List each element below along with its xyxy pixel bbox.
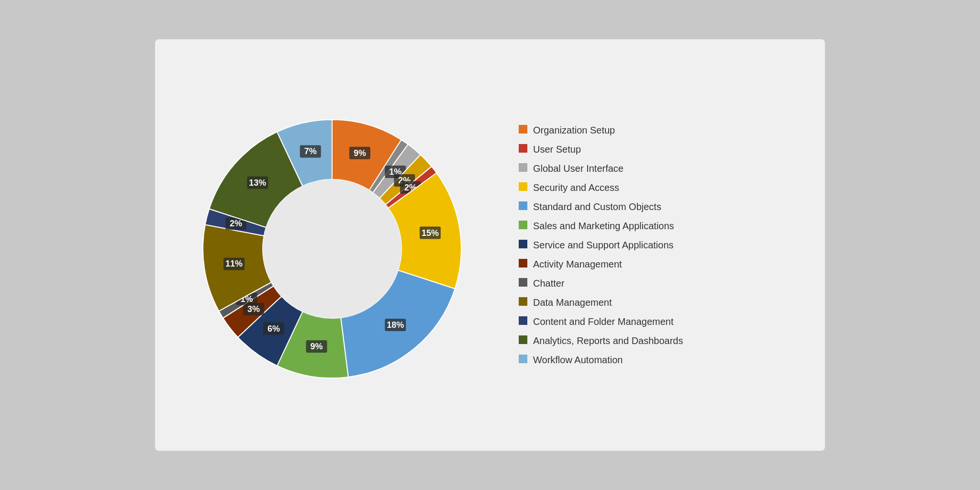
- legend-item: Sales and Marketing Applications: [519, 220, 796, 232]
- legend-label: Standard and Custom Objects: [533, 200, 661, 213]
- legend-label: Global User Interface: [533, 162, 624, 175]
- legend-label: Service and Support Applications: [533, 239, 674, 251]
- legend-label: Security and Access: [533, 181, 619, 194]
- donut-section: 9%1%2%2%15%18%9%6%3%1%11%2%13%7%: [184, 91, 480, 399]
- legend-section: Organization SetupUser SetupGlobal User …: [509, 124, 796, 366]
- legend-item: Global User Interface: [519, 162, 796, 175]
- legend-item: Organization Setup: [519, 124, 796, 136]
- legend-color-box: [519, 297, 527, 306]
- legend-item: User Setup: [519, 143, 796, 156]
- legend-label: Chatter: [533, 277, 565, 290]
- legend-label: Data Management: [533, 296, 612, 309]
- svg-text:2%: 2%: [230, 219, 242, 228]
- legend-color-box: [519, 144, 527, 153]
- legend-color-box: [519, 201, 527, 210]
- svg-text:6%: 6%: [267, 324, 280, 334]
- legend-color-box: [519, 182, 527, 191]
- svg-text:7%: 7%: [304, 146, 317, 156]
- svg-text:13%: 13%: [249, 178, 266, 188]
- legend-color-box: [519, 355, 527, 363]
- legend-item: Activity Management: [519, 258, 796, 270]
- chart-container: 9%1%2%2%15%18%9%6%3%1%11%2%13%7% Organiz…: [155, 39, 825, 451]
- legend-color-box: [519, 163, 527, 172]
- legend-label: Content and Folder Management: [533, 315, 674, 328]
- legend-color-box: [519, 278, 527, 287]
- legend-item: Content and Folder Management: [519, 315, 796, 328]
- legend-item: Data Management: [519, 296, 796, 309]
- legend-item: Analytics, Reports and Dashboards: [519, 334, 796, 347]
- legend-color-box: [519, 221, 527, 229]
- legend-color-box: [519, 125, 527, 134]
- legend-color-box: [519, 316, 527, 325]
- svg-text:18%: 18%: [387, 320, 404, 330]
- legend-item: Chatter: [519, 277, 796, 290]
- legend-label: User Setup: [533, 143, 581, 156]
- legend-label: Sales and Marketing Applications: [533, 220, 674, 232]
- legend-label: Activity Management: [533, 258, 622, 270]
- donut-chart: 9%1%2%2%15%18%9%6%3%1%11%2%13%7%: [184, 100, 480, 399]
- legend-item: Security and Access: [519, 181, 796, 194]
- svg-text:9%: 9%: [354, 148, 366, 158]
- svg-text:9%: 9%: [311, 342, 323, 351]
- legend-label: Workflow Automation: [533, 354, 623, 366]
- legend-color-box: [519, 259, 527, 267]
- svg-text:15%: 15%: [422, 228, 439, 238]
- svg-text:3%: 3%: [247, 304, 260, 314]
- legend-label: Organization Setup: [533, 124, 615, 136]
- legend-item: Workflow Automation: [519, 354, 796, 366]
- svg-point-28: [263, 179, 401, 318]
- legend-item: Standard and Custom Objects: [519, 200, 796, 213]
- legend-label: Analytics, Reports and Dashboards: [533, 334, 683, 347]
- legend-item: Service and Support Applications: [519, 239, 796, 251]
- legend-color-box: [519, 335, 527, 344]
- legend-color-box: [519, 240, 527, 248]
- svg-text:11%: 11%: [225, 259, 243, 268]
